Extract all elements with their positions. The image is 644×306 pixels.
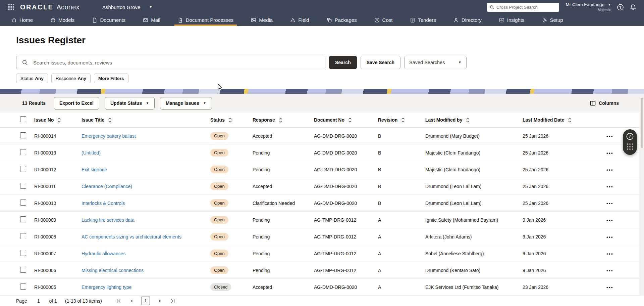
cross-project-search-input[interactable]	[496, 5, 556, 10]
column-header-status[interactable]: Status	[210, 117, 253, 123]
sort-icon[interactable]	[401, 118, 405, 123]
nav-item-field[interactable]: Field	[290, 14, 309, 26]
sort-icon[interactable]	[228, 118, 232, 123]
row-checkbox[interactable]	[20, 233, 26, 239]
widget-grid-icon[interactable]	[627, 143, 633, 150]
column-header-issue-no[interactable]: Issue No	[34, 117, 82, 123]
issue-title-link[interactable]: Exit signage	[82, 167, 107, 172]
table-row[interactable]: RI-000013 (Untitled) Open Pending AG-DMD…	[0, 144, 644, 161]
row-checkbox[interactable]	[20, 216, 26, 222]
column-header-last-modified-by[interactable]: Last Modified by	[425, 117, 523, 123]
issues-search-box[interactable]	[16, 56, 325, 69]
vertical-scrollbar[interactable]	[640, 96, 644, 306]
row-actions-menu[interactable]: •••	[606, 234, 613, 239]
sort-icon[interactable]	[568, 118, 572, 123]
row-actions-menu[interactable]: •••	[606, 268, 613, 273]
last-page-icon[interactable]	[170, 298, 175, 304]
row-checkbox[interactable]	[20, 250, 26, 256]
previous-page-icon[interactable]	[129, 298, 134, 304]
nav-item-document-processes[interactable]: Document Processes	[178, 14, 234, 26]
issues-search-input[interactable]	[33, 60, 321, 65]
table-row[interactable]: RI-000006 Missing electrical connections…	[0, 262, 644, 279]
row-checkbox[interactable]	[20, 183, 26, 189]
sort-icon[interactable]	[57, 118, 61, 123]
table-row[interactable]: RI-000014 Emergency battery ballast Open…	[0, 128, 644, 144]
app-launcher-icon[interactable]	[7, 4, 14, 10]
filter-chip-status[interactable]: Status Any	[16, 74, 48, 83]
nav-item-models[interactable]: Models	[50, 14, 74, 26]
row-checkbox[interactable]	[20, 166, 26, 172]
current-page-button[interactable]: 1	[142, 297, 150, 305]
issue-title-link[interactable]: Missing electrical connections	[82, 268, 144, 273]
nav-item-home[interactable]: Home	[11, 14, 33, 26]
issue-title-link[interactable]: (Untitled)	[82, 150, 101, 156]
issue-title-link[interactable]: AC components sizing vs architectural el…	[82, 234, 181, 239]
column-header-revision[interactable]: Revision	[378, 117, 425, 123]
update-status-button[interactable]: Update Status ▼	[105, 97, 155, 110]
row-checkbox[interactable]	[20, 267, 26, 273]
saved-searches-dropdown[interactable]: Saved Searches ▼	[404, 56, 467, 69]
row-actions-menu[interactable]: •••	[606, 251, 613, 256]
nav-item-directory[interactable]: Directory	[453, 14, 482, 26]
field-icon	[290, 17, 296, 23]
nav-item-cost[interactable]: $ Cost	[374, 14, 393, 26]
issue-title-link[interactable]: Hydraulic allowances	[82, 251, 126, 256]
table-row[interactable]: RI-000011 Clearance (Compliance) Open Ac…	[0, 178, 644, 195]
row-actions-menu[interactable]: •••	[606, 201, 613, 206]
notifications-bell-icon[interactable]	[630, 4, 637, 11]
issue-title-link[interactable]: Emergency lighting type	[82, 285, 131, 290]
export-to-excel-button[interactable]: Export to Excel	[54, 97, 99, 110]
first-page-icon[interactable]	[116, 298, 121, 304]
search-button[interactable]: Search	[329, 56, 357, 69]
table-row[interactable]: RI-000005 Emergency lighting type Closed…	[0, 279, 644, 296]
next-page-icon[interactable]	[157, 298, 163, 304]
nav-item-insights[interactable]: Insights	[499, 14, 525, 26]
column-header-last-modified-date[interactable]: Last Modified Date	[523, 117, 606, 123]
filter-chip-response[interactable]: Response Any	[51, 74, 91, 83]
scrollbar-thumb[interactable]	[641, 98, 643, 148]
column-header-document-no[interactable]: Document No	[314, 117, 378, 123]
nav-item-mail[interactable]: Mail	[143, 14, 160, 26]
column-header-response[interactable]: Response	[253, 117, 314, 123]
project-selector[interactable]: Ashburton Grove ▼	[102, 4, 152, 10]
table-row[interactable]: RI-000010 Interlocks & Controls Open Cla…	[0, 195, 644, 212]
row-checkbox[interactable]	[20, 283, 26, 290]
row-checkbox[interactable]	[20, 149, 26, 155]
issue-title-link[interactable]: Emergency battery ballast	[82, 133, 136, 139]
row-actions-menu[interactable]: •••	[606, 218, 613, 223]
row-actions-menu[interactable]: •••	[606, 184, 613, 189]
nav-item-media[interactable]: Media	[251, 14, 273, 26]
nav-item-documents[interactable]: Documents	[92, 14, 125, 26]
manage-issues-button[interactable]: Manage Issues ▼	[160, 97, 212, 110]
column-header-issue-title[interactable]: Issue Title	[82, 117, 210, 123]
row-checkbox[interactable]	[20, 200, 26, 206]
last-modified-date: 9 Jan 2026	[523, 251, 606, 256]
sort-icon[interactable]	[348, 118, 352, 123]
select-all-checkbox[interactable]	[20, 116, 26, 122]
issue-title-link[interactable]: Clearance (Compliance)	[82, 184, 132, 189]
help-icon[interactable]: ?	[617, 4, 624, 11]
table-row[interactable]: RI-000008 AC components sizing vs archit…	[0, 228, 644, 245]
issue-title-link[interactable]: Interlocks & Controls	[82, 201, 125, 206]
nav-item-setup[interactable]: Setup	[542, 14, 563, 26]
row-actions-menu[interactable]: •••	[606, 285, 613, 290]
info-icon[interactable]: i	[626, 132, 634, 140]
columns-button[interactable]: Columns	[590, 100, 619, 106]
sort-icon[interactable]	[278, 118, 283, 123]
user-menu[interactable]: Mr Clem Fandango▼ Majestic	[566, 2, 611, 12]
cross-project-search[interactable]	[487, 3, 559, 12]
row-actions-menu[interactable]: •••	[606, 134, 613, 139]
sort-icon[interactable]	[108, 118, 112, 123]
save-search-button[interactable]: Save Search	[361, 56, 400, 69]
row-actions-menu[interactable]: •••	[606, 167, 613, 172]
row-actions-menu[interactable]: •••	[606, 150, 613, 156]
nav-item-tenders[interactable]: Tenders	[410, 14, 436, 26]
issue-title-link[interactable]: Lacking fire services data	[82, 217, 135, 223]
filter-chip-more-filters[interactable]: More Filters	[94, 74, 128, 83]
sort-icon[interactable]	[466, 118, 470, 123]
table-row[interactable]: RI-000012 Exit signage Open Pending AG-D…	[0, 161, 644, 178]
row-checkbox[interactable]	[20, 132, 26, 138]
nav-item-packages[interactable]: Packages	[327, 14, 357, 26]
table-row[interactable]: RI-000007 Hydraulic allowances Open Pend…	[0, 245, 644, 262]
table-row[interactable]: RI-000009 Lacking fire services data Ope…	[0, 212, 644, 228]
